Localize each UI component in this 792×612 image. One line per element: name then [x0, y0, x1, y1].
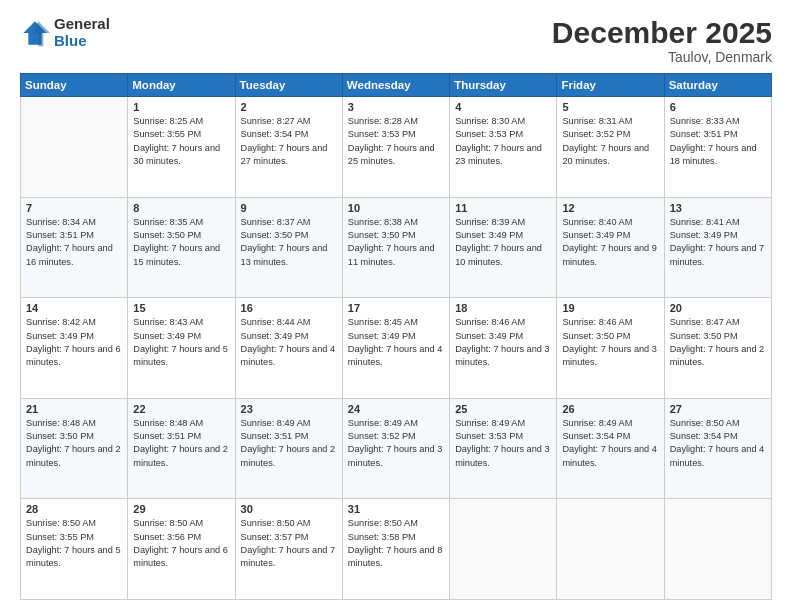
- day-number: 2: [241, 101, 337, 113]
- table-row: [450, 499, 557, 600]
- day-info: Sunrise: 8:41 AM Sunset: 3:49 PM Dayligh…: [670, 216, 766, 269]
- day-info: Sunrise: 8:43 AM Sunset: 3:49 PM Dayligh…: [133, 316, 229, 369]
- table-row: [21, 97, 128, 198]
- day-number: 13: [670, 202, 766, 214]
- table-row: 26Sunrise: 8:49 AM Sunset: 3:54 PM Dayli…: [557, 398, 664, 499]
- table-row: 3Sunrise: 8:28 AM Sunset: 3:53 PM Daylig…: [342, 97, 449, 198]
- day-number: 4: [455, 101, 551, 113]
- day-number: 10: [348, 202, 444, 214]
- day-number: 19: [562, 302, 658, 314]
- table-row: 20Sunrise: 8:47 AM Sunset: 3:50 PM Dayli…: [664, 298, 771, 399]
- calendar-table: Sunday Monday Tuesday Wednesday Thursday…: [20, 73, 772, 600]
- calendar-week-3: 21Sunrise: 8:48 AM Sunset: 3:50 PM Dayli…: [21, 398, 772, 499]
- day-number: 15: [133, 302, 229, 314]
- calendar-week-4: 28Sunrise: 8:50 AM Sunset: 3:55 PM Dayli…: [21, 499, 772, 600]
- day-number: 9: [241, 202, 337, 214]
- table-row: 27Sunrise: 8:50 AM Sunset: 3:54 PM Dayli…: [664, 398, 771, 499]
- table-row: 13Sunrise: 8:41 AM Sunset: 3:49 PM Dayli…: [664, 197, 771, 298]
- day-info: Sunrise: 8:49 AM Sunset: 3:51 PM Dayligh…: [241, 417, 337, 470]
- calendar-week-0: 1Sunrise: 8:25 AM Sunset: 3:55 PM Daylig…: [21, 97, 772, 198]
- table-row: 16Sunrise: 8:44 AM Sunset: 3:49 PM Dayli…: [235, 298, 342, 399]
- logo-general-text: General: [54, 16, 110, 33]
- col-sunday: Sunday: [21, 74, 128, 97]
- day-number: 21: [26, 403, 122, 415]
- location: Taulov, Denmark: [552, 49, 772, 65]
- day-info: Sunrise: 8:46 AM Sunset: 3:50 PM Dayligh…: [562, 316, 658, 369]
- table-row: 6Sunrise: 8:33 AM Sunset: 3:51 PM Daylig…: [664, 97, 771, 198]
- logo: General Blue: [20, 16, 110, 49]
- day-info: Sunrise: 8:30 AM Sunset: 3:53 PM Dayligh…: [455, 115, 551, 168]
- logo-text: General Blue: [54, 16, 110, 49]
- table-row: 28Sunrise: 8:50 AM Sunset: 3:55 PM Dayli…: [21, 499, 128, 600]
- table-row: 19Sunrise: 8:46 AM Sunset: 3:50 PM Dayli…: [557, 298, 664, 399]
- day-number: 31: [348, 503, 444, 515]
- day-number: 23: [241, 403, 337, 415]
- day-number: 30: [241, 503, 337, 515]
- day-number: 14: [26, 302, 122, 314]
- day-number: 12: [562, 202, 658, 214]
- day-number: 26: [562, 403, 658, 415]
- col-friday: Friday: [557, 74, 664, 97]
- day-info: Sunrise: 8:31 AM Sunset: 3:52 PM Dayligh…: [562, 115, 658, 168]
- logo-icon: [20, 18, 50, 48]
- day-info: Sunrise: 8:50 AM Sunset: 3:58 PM Dayligh…: [348, 517, 444, 570]
- col-thursday: Thursday: [450, 74, 557, 97]
- day-number: 25: [455, 403, 551, 415]
- calendar-week-2: 14Sunrise: 8:42 AM Sunset: 3:49 PM Dayli…: [21, 298, 772, 399]
- col-saturday: Saturday: [664, 74, 771, 97]
- day-info: Sunrise: 8:34 AM Sunset: 3:51 PM Dayligh…: [26, 216, 122, 269]
- day-number: 16: [241, 302, 337, 314]
- day-info: Sunrise: 8:50 AM Sunset: 3:55 PM Dayligh…: [26, 517, 122, 570]
- table-row: 15Sunrise: 8:43 AM Sunset: 3:49 PM Dayli…: [128, 298, 235, 399]
- day-info: Sunrise: 8:35 AM Sunset: 3:50 PM Dayligh…: [133, 216, 229, 269]
- table-row: 1Sunrise: 8:25 AM Sunset: 3:55 PM Daylig…: [128, 97, 235, 198]
- day-info: Sunrise: 8:27 AM Sunset: 3:54 PM Dayligh…: [241, 115, 337, 168]
- table-row: 12Sunrise: 8:40 AM Sunset: 3:49 PM Dayli…: [557, 197, 664, 298]
- day-info: Sunrise: 8:45 AM Sunset: 3:49 PM Dayligh…: [348, 316, 444, 369]
- day-info: Sunrise: 8:46 AM Sunset: 3:49 PM Dayligh…: [455, 316, 551, 369]
- day-number: 20: [670, 302, 766, 314]
- day-number: 18: [455, 302, 551, 314]
- day-info: Sunrise: 8:49 AM Sunset: 3:53 PM Dayligh…: [455, 417, 551, 470]
- table-row: 5Sunrise: 8:31 AM Sunset: 3:52 PM Daylig…: [557, 97, 664, 198]
- table-row: 4Sunrise: 8:30 AM Sunset: 3:53 PM Daylig…: [450, 97, 557, 198]
- day-info: Sunrise: 8:47 AM Sunset: 3:50 PM Dayligh…: [670, 316, 766, 369]
- table-row: 30Sunrise: 8:50 AM Sunset: 3:57 PM Dayli…: [235, 499, 342, 600]
- table-row: 2Sunrise: 8:27 AM Sunset: 3:54 PM Daylig…: [235, 97, 342, 198]
- calendar-week-1: 7Sunrise: 8:34 AM Sunset: 3:51 PM Daylig…: [21, 197, 772, 298]
- title-block: December 2025 Taulov, Denmark: [552, 16, 772, 65]
- day-number: 24: [348, 403, 444, 415]
- day-number: 28: [26, 503, 122, 515]
- day-number: 17: [348, 302, 444, 314]
- day-info: Sunrise: 8:39 AM Sunset: 3:49 PM Dayligh…: [455, 216, 551, 269]
- day-number: 11: [455, 202, 551, 214]
- day-info: Sunrise: 8:40 AM Sunset: 3:49 PM Dayligh…: [562, 216, 658, 269]
- day-info: Sunrise: 8:33 AM Sunset: 3:51 PM Dayligh…: [670, 115, 766, 168]
- day-info: Sunrise: 8:48 AM Sunset: 3:51 PM Dayligh…: [133, 417, 229, 470]
- day-info: Sunrise: 8:49 AM Sunset: 3:52 PM Dayligh…: [348, 417, 444, 470]
- table-row: 8Sunrise: 8:35 AM Sunset: 3:50 PM Daylig…: [128, 197, 235, 298]
- page: General Blue December 2025 Taulov, Denma…: [0, 0, 792, 612]
- day-number: 27: [670, 403, 766, 415]
- day-info: Sunrise: 8:44 AM Sunset: 3:49 PM Dayligh…: [241, 316, 337, 369]
- day-info: Sunrise: 8:38 AM Sunset: 3:50 PM Dayligh…: [348, 216, 444, 269]
- table-row: 18Sunrise: 8:46 AM Sunset: 3:49 PM Dayli…: [450, 298, 557, 399]
- table-row: 23Sunrise: 8:49 AM Sunset: 3:51 PM Dayli…: [235, 398, 342, 499]
- table-row: 29Sunrise: 8:50 AM Sunset: 3:56 PM Dayli…: [128, 499, 235, 600]
- table-row: 10Sunrise: 8:38 AM Sunset: 3:50 PM Dayli…: [342, 197, 449, 298]
- table-row: 25Sunrise: 8:49 AM Sunset: 3:53 PM Dayli…: [450, 398, 557, 499]
- col-tuesday: Tuesday: [235, 74, 342, 97]
- table-row: [664, 499, 771, 600]
- day-info: Sunrise: 8:25 AM Sunset: 3:55 PM Dayligh…: [133, 115, 229, 168]
- logo-blue-text: Blue: [54, 33, 110, 50]
- calendar-header-row: Sunday Monday Tuesday Wednesday Thursday…: [21, 74, 772, 97]
- table-row: 22Sunrise: 8:48 AM Sunset: 3:51 PM Dayli…: [128, 398, 235, 499]
- day-info: Sunrise: 8:50 AM Sunset: 3:56 PM Dayligh…: [133, 517, 229, 570]
- day-number: 8: [133, 202, 229, 214]
- day-number: 1: [133, 101, 229, 113]
- day-number: 5: [562, 101, 658, 113]
- table-row: 7Sunrise: 8:34 AM Sunset: 3:51 PM Daylig…: [21, 197, 128, 298]
- day-number: 29: [133, 503, 229, 515]
- month-title: December 2025: [552, 16, 772, 49]
- day-info: Sunrise: 8:42 AM Sunset: 3:49 PM Dayligh…: [26, 316, 122, 369]
